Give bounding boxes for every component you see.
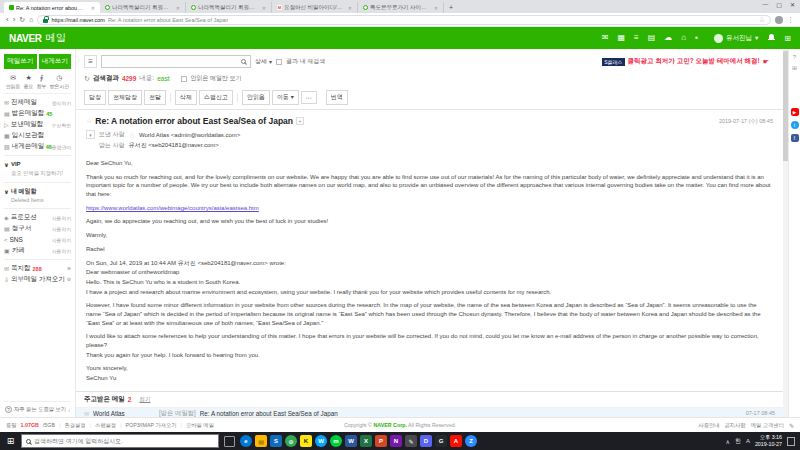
facebook-icon[interactable]: f xyxy=(791,134,799,142)
external-mail-import[interactable]: ⇩외부메일 가져오기⚙ xyxy=(4,274,71,285)
back-icon[interactable]: ‹ xyxy=(6,16,9,24)
smart-folder-promotion[interactable]: ◈프로모션사용하기 xyxy=(4,212,71,223)
youtube-icon[interactable]: ▶ xyxy=(791,108,799,116)
melon-icon[interactable]: m xyxy=(330,435,342,447)
ime-korean-icon[interactable]: 한 xyxy=(735,437,741,446)
smart-folder-cafe[interactable]: ▣카페사용하기 xyxy=(4,245,71,256)
chrome-icon[interactable]: ⊙ xyxy=(285,435,297,447)
add-contact-icon[interactable]: + xyxy=(296,117,304,125)
thread-collapse-link[interactable]: 접기 xyxy=(139,396,150,403)
start-button[interactable]: ⊞ xyxy=(3,436,18,446)
tab-close-icon[interactable]: ✕ xyxy=(91,5,95,11)
thread-row-current[interactable]: ✉ World Atlas [받은 메일함] Re: A notation er… xyxy=(76,408,783,417)
window-minimize-button[interactable]: — xyxy=(762,1,768,8)
cloud-icon[interactable]: ☁ xyxy=(664,34,672,42)
enable-link[interactable]: 사용하기 xyxy=(52,226,71,232)
tab-close-icon[interactable]: ✕ xyxy=(262,5,266,11)
home-service-icon[interactable]: ⌂ xyxy=(681,34,686,42)
details-toggle-icon[interactable]: ▾ xyxy=(86,130,95,139)
ime-lang-icon[interactable]: A xyxy=(746,438,750,444)
help-icon[interactable]: ? xyxy=(793,54,796,60)
browser-tab-4[interactable]: M 요청하신 비밀아이디/패스… ✕ xyxy=(272,2,358,13)
vip-section-header[interactable]: ∨VIP xyxy=(4,159,71,169)
organize-link[interactable]: 정리하기 xyxy=(52,100,71,106)
tab-close-icon[interactable]: ✕ xyxy=(348,5,352,11)
search-icon[interactable] xyxy=(241,59,246,64)
to-address[interactable]: 유서진 <seb204181@naver.com> xyxy=(129,141,219,150)
forward-button[interactable]: 전달 xyxy=(144,90,166,105)
more-service-icon[interactable]: ▪ xyxy=(695,34,698,42)
refresh-icon[interactable]: ↻ xyxy=(84,75,90,83)
mail-app-title[interactable]: 메일 xyxy=(46,31,66,45)
mobile-mail-link[interactable]: 모바일 메일 xyxy=(186,422,214,429)
zoom-icon[interactable]: Z xyxy=(465,435,477,447)
layout-toggle-icon[interactable]: ⊞ xyxy=(792,65,797,71)
clock[interactable]: 오후 3:16 2019-10-27 xyxy=(755,434,782,447)
ad-banner[interactable]: S클래스 클릭광고 최저가 고민? 오늘밤 테마에서 해결! ☛ xyxy=(602,57,775,66)
my-folders-section-header[interactable]: ∨내 메일함 xyxy=(4,186,71,196)
folder-all-mail[interactable]: ✉전체메일정리하기 xyxy=(4,97,71,108)
tray-expand-icon[interactable]: ∧ xyxy=(725,438,729,445)
edge-icon[interactable]: e xyxy=(240,435,252,447)
smart-folder-sns[interactable]: <SNS사용하기 xyxy=(4,234,71,245)
reply-button[interactable]: 답장 xyxy=(84,90,106,105)
memo-icon[interactable]: ≡ xyxy=(634,34,639,42)
whale-icon[interactable]: W xyxy=(315,435,327,447)
taskbar-search-input[interactable] xyxy=(34,438,214,444)
search-input[interactable] xyxy=(106,59,238,65)
kakao-icon[interactable]: K xyxy=(300,435,312,447)
action-center-icon[interactable] xyxy=(787,437,795,446)
more-actions-button[interactable]: ⋯ xyxy=(301,91,317,104)
spam-settings-link[interactable]: 스팸설정 xyxy=(95,422,116,429)
enable-link[interactable]: 사용하기 xyxy=(52,237,71,243)
filter-important[interactable]: ★중요 xyxy=(24,74,34,89)
search-detail-dropdown[interactable]: 상세▾ xyxy=(255,57,272,66)
word-icon[interactable]: W xyxy=(345,435,357,447)
message-box[interactable]: ✉쪽지함288⊕ xyxy=(4,263,71,274)
window-maximize-button[interactable]: ▢ xyxy=(776,1,782,8)
task-view-icon[interactable] xyxy=(224,436,235,447)
discord-icon[interactable]: D xyxy=(420,435,432,447)
excel-icon[interactable]: X xyxy=(360,435,372,447)
mail-icon[interactable]: ✉ xyxy=(602,34,609,42)
unread-only-checkbox[interactable] xyxy=(181,76,187,82)
spam-report-button[interactable]: 스팸신고 xyxy=(199,90,233,105)
file-explorer-icon[interactable]: ▤ xyxy=(255,435,267,447)
compose-button[interactable]: 메일쓰기 xyxy=(4,54,37,69)
usage-guide-link[interactable]: 사용안내 xyxy=(698,422,719,429)
row-subject[interactable]: Re: A notation error about East Sea/Sea … xyxy=(200,410,338,417)
filter-received-time[interactable]: ◷받은시간 xyxy=(50,74,69,89)
delete-button[interactable]: 삭제 xyxy=(175,90,197,105)
vip-hint[interactable]: 중요 인맥을 지정하기! xyxy=(4,169,71,179)
naver-logo[interactable]: NAVER xyxy=(9,33,42,44)
tab-close-icon[interactable]: ✕ xyxy=(434,5,438,11)
smart-folder-bill[interactable]: ▤청구서사용하기 xyxy=(4,223,71,234)
forward-icon[interactable]: › xyxy=(13,16,16,24)
settings-link[interactable]: 환경설정 xyxy=(64,422,85,429)
folder-to-me[interactable]: ▧내게쓴메일함46용량관리 xyxy=(4,141,71,152)
pencil-icon[interactable]: ✎ xyxy=(789,422,794,429)
reply-all-button[interactable]: 전체답장 xyxy=(108,90,142,105)
twitter-icon[interactable]: t xyxy=(791,121,799,129)
contacts-icon[interactable]: ▤ xyxy=(648,34,656,42)
read-receipt-link[interactable]: 수신확인 xyxy=(52,122,71,128)
adobe-icon[interactable]: A xyxy=(450,435,462,447)
notice-link[interactable]: 공지사항 xyxy=(725,422,746,429)
calendar-icon[interactable]: ▦ xyxy=(618,34,626,42)
taskbar-search-box[interactable] xyxy=(21,434,219,448)
enable-link[interactable]: 사용하기 xyxy=(52,215,71,221)
pop3-imap-link[interactable]: POP3/IMAP 가져오기 xyxy=(125,422,176,429)
storage-link[interactable]: 용량관리 xyxy=(52,144,71,150)
browser-tab-5[interactable]: 독도본부로가기 사이버안… ✕ xyxy=(358,2,444,13)
filter-unread[interactable]: ✉안읽음 xyxy=(6,74,20,89)
browser-tab-active[interactable]: Re: A notation error abou… ✕ xyxy=(4,2,100,13)
onenote-icon[interactable]: N xyxy=(390,435,402,447)
folder-drafts[interactable]: ▦임시보관함 xyxy=(4,130,71,141)
faq-help-link[interactable]: ? 자주 묻는 도움말 보기 › xyxy=(4,401,71,417)
mail-help-center-link[interactable]: 메일 고객센터 xyxy=(751,422,784,429)
window-close-button[interactable]: ✕ xyxy=(790,1,795,8)
plus-icon[interactable]: ⊕ xyxy=(67,266,71,271)
folder-deleted-items[interactable]: Deleted Items xyxy=(4,196,71,205)
new-tab-button[interactable]: + xyxy=(449,4,453,11)
bookmark-star-icon[interactable]: ☆ xyxy=(759,16,765,23)
